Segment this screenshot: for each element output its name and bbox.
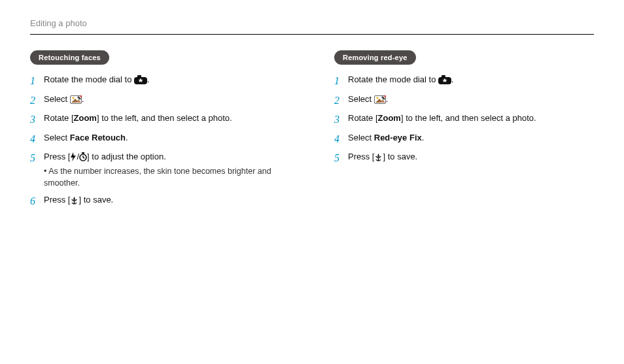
step-text: Press [] to save. [348, 151, 417, 163]
camera-star-icon [134, 74, 147, 84]
step-number: 1 [334, 74, 342, 88]
step-item: 2Select . [334, 93, 594, 108]
timer-icon [79, 152, 87, 161]
content-columns: Retouching faces 1Rotate the mode dial t… [30, 50, 594, 214]
edit-image-icon [374, 94, 386, 104]
step-text: Select . [348, 93, 388, 106]
step-number: 6 [30, 194, 38, 208]
step-number: 4 [30, 132, 38, 146]
step-item: 5Press [] to save. [334, 151, 594, 165]
page-title: Editing a photo [30, 17, 594, 35]
step-body: Rotate [Zoom] to the left, and then sele… [348, 112, 536, 125]
flash-icon [70, 152, 77, 161]
step-body: Press [/] to adjust the option.As the nu… [44, 151, 290, 189]
step-number: 2 [30, 93, 38, 108]
svg-rect-10 [82, 152, 84, 154]
step-text: Rotate the mode dial to . [348, 74, 454, 86]
step-body: Select Face Retouch. [44, 132, 128, 144]
bold-text: Zoom [74, 113, 97, 123]
svg-marker-8 [71, 152, 76, 161]
steps-left: 1Rotate the mode dial to .2Select .3Rota… [30, 74, 290, 208]
step-number: 3 [30, 112, 38, 127]
step-text: Select . [44, 93, 84, 106]
svg-point-4 [72, 97, 74, 99]
bold-text: Zoom [378, 113, 401, 123]
step-text: Select Red-eye Fix. [348, 132, 424, 144]
step-item: 4Select Red-eye Fix. [334, 132, 594, 146]
step-body: Press [] to save. [44, 194, 113, 207]
svg-rect-16 [442, 75, 445, 78]
step-item: 6Press [] to save. [30, 194, 290, 208]
step-body: Rotate the mode dial to . [44, 74, 150, 86]
step-item: 3Rotate [Zoom] to the left, and then sel… [30, 112, 290, 127]
step-number: 5 [30, 151, 38, 165]
step-text: Rotate [Zoom] to the left, and then sele… [348, 112, 536, 125]
step-number: 1 [30, 74, 38, 88]
step-subnote: As the number increases, the skin tone b… [44, 165, 290, 189]
camera-star-icon [438, 74, 451, 84]
step-body: Select Red-eye Fix. [348, 132, 424, 144]
column-left: Retouching faces 1Rotate the mode dial t… [30, 50, 290, 214]
column-right: Removing red-eye 1Rotate the mode dial t… [334, 50, 594, 214]
edit-image-icon [70, 94, 82, 104]
step-number: 4 [334, 132, 342, 146]
bold-text: Red-eye Fix [374, 133, 422, 142]
step-number: 3 [334, 112, 342, 127]
svg-rect-22 [384, 95, 386, 97]
svg-rect-1 [137, 75, 141, 78]
step-body: Select . [348, 93, 388, 106]
macro-icon [374, 152, 383, 161]
step-text: Rotate the mode dial to . [44, 74, 150, 86]
step-text: Press [/] to adjust the option. [44, 151, 290, 163]
pill-retouching-faces: Retouching faces [30, 50, 109, 65]
macro-icon [70, 195, 78, 205]
step-text: Select Face Retouch. [44, 132, 128, 144]
step-item: 1Rotate the mode dial to . [30, 74, 290, 88]
svg-point-19 [376, 97, 378, 99]
step-text: Press [] to save. [44, 194, 113, 207]
step-body: Rotate the mode dial to . [348, 74, 454, 86]
step-body: Select . [44, 93, 84, 106]
bold-text: Face Retouch [70, 133, 126, 142]
step-item: 1Rotate the mode dial to . [334, 74, 594, 88]
step-item: 4Select Face Retouch. [30, 132, 290, 146]
step-number: 2 [334, 93, 342, 108]
step-body: Press [] to save. [348, 151, 417, 163]
step-item: 3Rotate [Zoom] to the left, and then sel… [334, 112, 594, 127]
step-number: 5 [334, 151, 342, 165]
steps-right: 1Rotate the mode dial to .2Select .3Rota… [334, 74, 594, 165]
svg-line-13 [83, 157, 84, 158]
step-item: 5Press [/] to adjust the option.As the n… [30, 151, 290, 189]
step-text: Rotate [Zoom] to the left, and then sele… [44, 112, 232, 125]
pill-removing-red-eye: Removing red-eye [334, 50, 416, 65]
svg-rect-7 [80, 95, 82, 97]
step-body: Rotate [Zoom] to the left, and then sele… [44, 112, 232, 125]
step-item: 2Select . [30, 93, 290, 108]
